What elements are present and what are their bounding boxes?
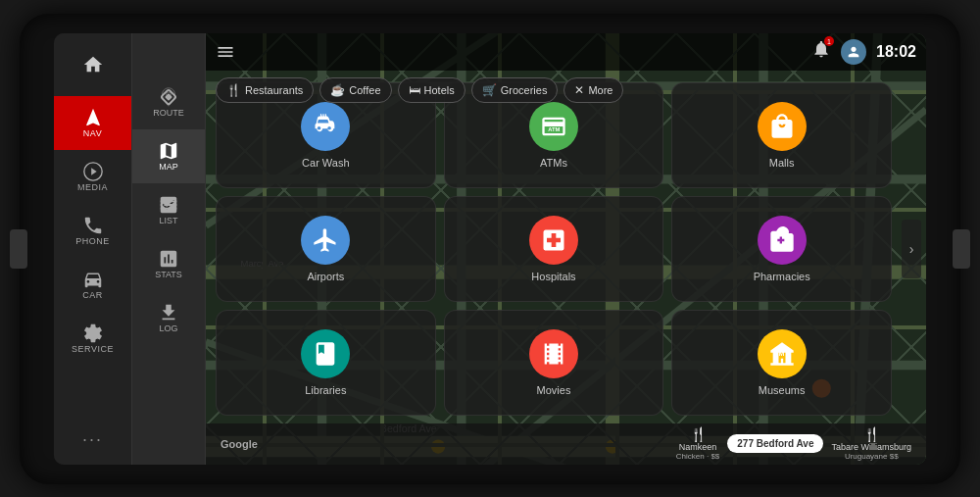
route-diamond-icon bbox=[158, 86, 179, 108]
top-bar: 1 18:02 bbox=[206, 33, 926, 71]
atms-icon: ATM bbox=[540, 113, 567, 140]
notification-bell[interactable]: 1 bbox=[811, 39, 831, 64]
media-icon bbox=[82, 161, 104, 182]
poi-card-movies[interactable]: Movies bbox=[444, 310, 664, 416]
sidebar-item-media[interactable]: MEDIA bbox=[54, 150, 131, 204]
airports-icon bbox=[312, 226, 339, 254]
poi-grid: Car Wash ATM ATMs bbox=[211, 77, 897, 421]
phone-icon bbox=[82, 215, 104, 236]
place-tabare-name: Tabare Williamsburg bbox=[831, 442, 911, 452]
movies-icon-circle bbox=[529, 329, 578, 378]
atms-icon-circle: ATM bbox=[529, 102, 578, 151]
sub-label-stats: STATS bbox=[155, 270, 182, 279]
filter-bar: 🍴 Restaurants ☕ Coffee 🛏 Hotels 🛒 Grocer… bbox=[211, 75, 897, 106]
more-x-icon: ✕ bbox=[574, 83, 584, 97]
sidebar-item-car[interactable]: CAR bbox=[54, 258, 131, 312]
malls-icon bbox=[768, 113, 796, 140]
filter-more-label: More bbox=[588, 84, 612, 96]
airports-label: Airports bbox=[307, 271, 344, 282]
sidebar-item-service[interactable]: SERVICE bbox=[54, 312, 131, 366]
libraries-icon-circle bbox=[301, 329, 350, 378]
bottom-bar: Google 🍴 Namkeen Chicken · $$ 277 Bedfor… bbox=[206, 423, 926, 465]
poi-card-libraries[interactable]: Libraries bbox=[216, 310, 436, 416]
scroll-right-button[interactable]: › bbox=[902, 220, 921, 278]
place-tabare-sub: Uruguayane $$ bbox=[845, 452, 899, 461]
sub-label-route: ROUTE bbox=[153, 108, 184, 118]
movies-label: Movies bbox=[537, 384, 571, 396]
pharmacies-icon-circle bbox=[758, 216, 807, 265]
filter-hotels-label: Hotels bbox=[424, 84, 455, 96]
hospitals-icon bbox=[540, 226, 567, 254]
sub-item-list[interactable]: LIST bbox=[132, 183, 205, 237]
sub-item-stats[interactable]: STATS bbox=[132, 237, 205, 291]
svg-rect-4 bbox=[165, 93, 172, 101]
google-logo: Google bbox=[220, 438, 258, 450]
sidebar-item-phone[interactable]: PHONE bbox=[54, 204, 131, 258]
place-namkeen: 🍴 Namkeen Chicken · $$ bbox=[676, 426, 719, 461]
sub-label-list: LIST bbox=[159, 216, 177, 225]
sub-item-log[interactable]: LOG bbox=[132, 291, 205, 345]
place-namkeen-name: Namkeen bbox=[679, 442, 717, 452]
libraries-icon bbox=[312, 340, 339, 368]
sidebar-item-nav[interactable]: NAV bbox=[54, 96, 131, 150]
sidebar-label-nav: NAV bbox=[83, 128, 102, 138]
log-icon bbox=[158, 302, 179, 323]
carwash-icon-circle bbox=[301, 102, 350, 151]
groceries-icon: 🛒 bbox=[482, 83, 497, 97]
avatar-person-icon bbox=[846, 44, 861, 60]
filter-more[interactable]: ✕ More bbox=[564, 77, 623, 103]
top-bar-right: 1 18:02 bbox=[811, 39, 916, 65]
movies-icon bbox=[540, 340, 567, 368]
filter-coffee-label: Coffee bbox=[349, 84, 380, 96]
malls-icon-circle bbox=[758, 102, 807, 151]
bottom-places: 🍴 Namkeen Chicken · $$ 277 Bedford Ave 🍴… bbox=[676, 426, 911, 461]
coffee-icon: ☕ bbox=[330, 83, 345, 97]
avatar[interactable] bbox=[841, 39, 866, 65]
pharmacies-label: Pharmacies bbox=[754, 271, 810, 282]
hotels-icon: 🛏 bbox=[409, 83, 420, 97]
sub-item-route[interactable]: ROUTE bbox=[132, 75, 205, 129]
sidebar-item-home[interactable] bbox=[54, 38, 131, 92]
sidebar-label-car: CAR bbox=[82, 290, 103, 300]
place-namkeen-sub: Chicken · $$ bbox=[676, 452, 719, 461]
sub-sidebar: ROUTE MAP LIST bbox=[132, 33, 206, 465]
sub-label-log: LOG bbox=[159, 323, 177, 333]
svg-text:M: M bbox=[778, 350, 784, 357]
notification-dot: 1 bbox=[824, 36, 834, 46]
place-tabare: 🍴 Tabare Williamsburg Uruguayane $$ bbox=[831, 426, 911, 461]
filter-restaurants[interactable]: 🍴 Restaurants bbox=[216, 77, 314, 103]
museums-label: Museums bbox=[759, 384, 806, 396]
checklist-icon bbox=[158, 194, 179, 216]
sidebar-label-service: SERVICE bbox=[72, 344, 114, 354]
filter-groceries-label: Groceries bbox=[501, 84, 548, 96]
filter-hotels[interactable]: 🛏 Hotels bbox=[398, 77, 466, 103]
hospitals-label: Hospitals bbox=[531, 271, 575, 282]
poi-card-hospitals[interactable]: Hospitals bbox=[444, 196, 664, 302]
device-frame: NAV MEDIA PHONE bbox=[20, 14, 960, 484]
top-bar-left bbox=[216, 42, 235, 62]
address-badge[interactable]: 277 Bedford Ave bbox=[727, 434, 823, 453]
sidebar: NAV MEDIA PHONE bbox=[54, 33, 132, 465]
carwash-label: Car Wash bbox=[302, 157, 350, 169]
libraries-label: Libraries bbox=[305, 384, 346, 396]
poi-card-pharmacies[interactable]: Pharmacies bbox=[671, 196, 892, 302]
filter-coffee[interactable]: ☕ Coffee bbox=[319, 77, 391, 103]
poi-card-museums[interactable]: M Museums bbox=[671, 310, 892, 416]
restaurants-icon: 🍴 bbox=[226, 83, 241, 97]
sidebar-dots: ··· bbox=[82, 420, 103, 460]
stats-icon bbox=[158, 248, 179, 270]
active-bar bbox=[54, 96, 57, 150]
filter-restaurants-label: Restaurants bbox=[245, 84, 303, 96]
airports-icon-circle bbox=[301, 216, 350, 265]
sub-item-map[interactable]: MAP bbox=[132, 129, 205, 183]
nav-arrow-icon bbox=[82, 107, 104, 128]
svg-marker-1 bbox=[91, 168, 97, 174]
menu-icon[interactable] bbox=[216, 42, 235, 62]
poi-card-airports[interactable]: Airports bbox=[216, 196, 436, 302]
carwash-icon bbox=[312, 113, 339, 140]
filter-groceries[interactable]: 🛒 Groceries bbox=[471, 77, 559, 103]
map-icon bbox=[158, 140, 179, 162]
sidebar-label-phone: PHONE bbox=[75, 236, 110, 246]
main-content: Bedford Ave Marcy Ave bbox=[206, 33, 926, 465]
museums-icon: M bbox=[768, 340, 796, 368]
